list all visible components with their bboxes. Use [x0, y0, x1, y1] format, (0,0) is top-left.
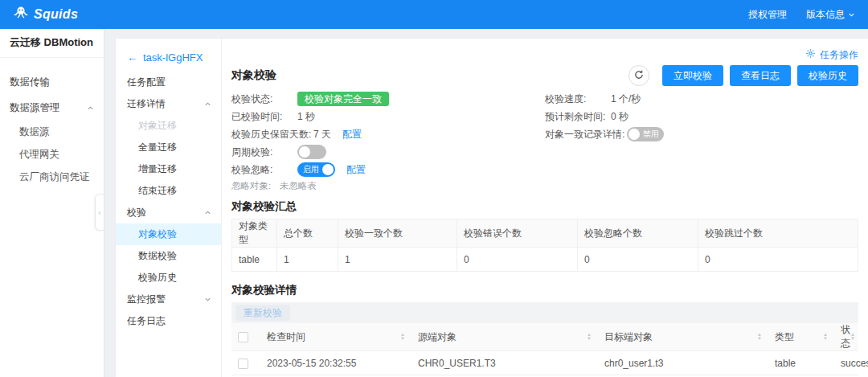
sort-icon[interactable]: ▲▼	[757, 333, 762, 341]
tasknav-item-object-migration: 对象迁移	[116, 115, 221, 137]
sidebar-item-cloud-credentials[interactable]: 云厂商访问凭证	[0, 166, 104, 188]
tasknav-label: 对象迁移	[138, 119, 177, 133]
column-header: 校验错误个数	[457, 219, 578, 248]
retention-config-link[interactable]: 配置	[342, 128, 362, 141]
table-cell-status: success	[834, 351, 858, 375]
details-table-row: 2023-05-15 20:32:55 CHR0_USER1.T3 chr0_u…	[231, 351, 858, 375]
column-header-sortable[interactable]: 源端对象 ▲▼	[411, 323, 598, 351]
status-label: 校验状态:	[231, 92, 297, 106]
table-cell: 1	[277, 248, 338, 272]
summary-section-title: 对象校验汇总	[231, 199, 858, 214]
tasknav-item-object-verify[interactable]: 对象校验	[116, 223, 221, 245]
periodic-verify-label: 周期校验:	[231, 145, 297, 159]
main-panel: 任务操作 对象校验 立即校验	[222, 39, 868, 377]
table-cell-check-time: 2023-05-15 20:32:55	[260, 351, 411, 375]
task-nav: ← task-lGgHFX 任务配置 迁移详情 对象迁移 全量迁移	[116, 39, 222, 377]
column-header: 校验忽略个数	[578, 219, 698, 248]
header-actions: 立即校验 查看日志 校验历史	[628, 65, 858, 86]
tasknav-label: 任务配置	[127, 76, 166, 89]
view-log-button[interactable]: 查看日志	[730, 65, 791, 86]
row-checkbox[interactable]	[238, 359, 248, 369]
tasknav-item-task-log[interactable]: 任务日志	[116, 310, 221, 332]
tasknav-item-data-verify[interactable]: 数据校验	[116, 245, 221, 267]
tasknav-item-migration-detail[interactable]: 迁移详情	[116, 93, 221, 115]
task-card: ← task-lGgHFX 任务配置 迁移详情 对象迁移 全量迁移	[116, 39, 868, 377]
sort-icon[interactable]: ▲▼	[400, 333, 405, 341]
table-cell-target-object: chr0_user1.t3	[598, 351, 768, 375]
sidebar-item-proxy-gateway[interactable]: 代理网关	[0, 143, 104, 166]
column-header-label: 源端对象	[418, 330, 457, 344]
section-header: 对象校验 立即校验 查看日志 校验历史	[231, 63, 858, 88]
chevron-down-icon	[204, 296, 211, 303]
task-actions-menu[interactable]: 任务操作	[231, 47, 858, 63]
column-header-sortable[interactable]: 类型 ▲▼	[768, 323, 834, 351]
back-arrow-icon: ←	[127, 51, 137, 64]
column-header-label: 状态	[841, 323, 850, 350]
product-title: 云迁移 DBMotion	[0, 29, 104, 58]
summary-table: 对象类型 总个数 校验一致个数 校验错误个数 校验忽略个数 校验跳过个数 tab…	[231, 219, 858, 272]
tasknav-item-verify[interactable]: 校验	[116, 202, 221, 223]
column-header-sortable[interactable]: 检查时间 ▲▼	[260, 323, 411, 351]
squids-octopus-icon	[13, 5, 29, 24]
tasknav-item-verify-history[interactable]: 校验历史	[116, 267, 221, 289]
table-cell: 1	[338, 248, 457, 272]
retention-value: 7 天	[313, 128, 331, 141]
app-logo: Squids	[13, 5, 78, 24]
retention-label: 校验历史保留天数:	[231, 128, 313, 141]
back-to-task-list[interactable]: ← task-lGgHFX	[116, 50, 221, 72]
consistent-record-toggle[interactable]: 禁用	[627, 127, 664, 141]
sort-icon[interactable]: ▲▼	[823, 333, 828, 341]
elapsed-label: 已校验时间:	[231, 110, 297, 124]
ignore-config-link[interactable]: 配置	[346, 163, 366, 177]
sidebar-item-data-transfer[interactable]: 数据传输	[0, 69, 104, 95]
sidebar-item-datasource-management[interactable]: 数据源管理	[0, 95, 104, 121]
refresh-button[interactable]	[628, 65, 649, 86]
summary-header-row: 对象类型 总个数 校验一致个数 校验错误个数 校验忽略个数 校验跳过个数	[232, 219, 858, 248]
tasknav-label: 任务日志	[127, 314, 166, 328]
column-header: 对象类型	[232, 219, 277, 248]
recheck-button[interactable]: 重新校验	[235, 305, 290, 321]
sidebar-item-datasource[interactable]: 数据源	[0, 121, 104, 143]
tasknav-label: 对象校验	[138, 227, 177, 241]
sort-icon[interactable]: ▲▼	[850, 333, 855, 341]
tasknav-item-incremental-migration[interactable]: 增量迁移	[116, 158, 221, 180]
details-section-title: 对象校验详情	[231, 283, 858, 297]
table-cell: table	[232, 248, 277, 272]
tasknav-label: 全量迁移	[138, 141, 177, 154]
ignored-objects-label: 忽略对象:	[231, 180, 280, 192]
gear-icon	[805, 48, 816, 61]
periodic-verify-toggle[interactable]	[297, 145, 326, 159]
speed-value: 1 个/秒	[611, 92, 641, 106]
status-badge: 校验对象完全一致	[297, 92, 389, 106]
sidebar: 云迁移 DBMotion 数据传输 数据源管理 数据源 代理网关 云厂商访问凭证	[0, 29, 104, 377]
speed-label: 校验速度:	[545, 92, 611, 106]
toggle-label: 禁用	[643, 129, 659, 140]
details-header-row: 检查时间 ▲▼ 源端对象 ▲▼ 目标端对象 ▲▼	[231, 323, 858, 351]
verify-history-button[interactable]: 校验历史	[797, 65, 858, 86]
table-cell-source-object: CHR0_USER1.T3	[411, 351, 598, 375]
auth-management-link[interactable]: 授权管理	[748, 8, 787, 22]
sidebar-item-label: 数据源	[19, 125, 50, 139]
column-header-sortable[interactable]: 目标端对象 ▲▼	[598, 323, 768, 351]
details-toolbar: 重新校验	[231, 302, 858, 323]
version-info-link[interactable]: 版本信息	[806, 8, 855, 22]
tasknav-item-full-migration[interactable]: 全量迁移	[116, 137, 221, 158]
verify-ignore-label: 校验忽略:	[231, 163, 297, 177]
column-header-sortable[interactable]: 状态 ▲▼	[834, 323, 858, 351]
select-all-checkbox[interactable]	[238, 332, 248, 342]
tasknav-item-finish-migration[interactable]: 结束迁移	[116, 180, 221, 202]
verify-now-button[interactable]: 立即校验	[662, 65, 723, 86]
tasknav-label: 校验	[127, 206, 146, 219]
task-actions-label: 任务操作	[820, 48, 858, 62]
tasknav-item-task-config[interactable]: 任务配置	[116, 72, 221, 93]
chevron-up-icon	[204, 209, 211, 216]
table-cell: 0	[578, 248, 698, 272]
select-all-cell	[231, 323, 260, 351]
toggle-label: 启用	[303, 164, 319, 175]
tasknav-label: 结束迁移	[138, 184, 177, 198]
ignored-objects-value: 未忽略表	[280, 180, 317, 192]
tasknav-item-monitor-alarm[interactable]: 监控报警	[116, 289, 221, 310]
verify-ignore-toggle[interactable]: 启用	[297, 162, 335, 177]
sort-icon[interactable]: ▲▼	[587, 333, 592, 341]
sidebar-collapse-handle[interactable]: ‹	[95, 194, 104, 231]
